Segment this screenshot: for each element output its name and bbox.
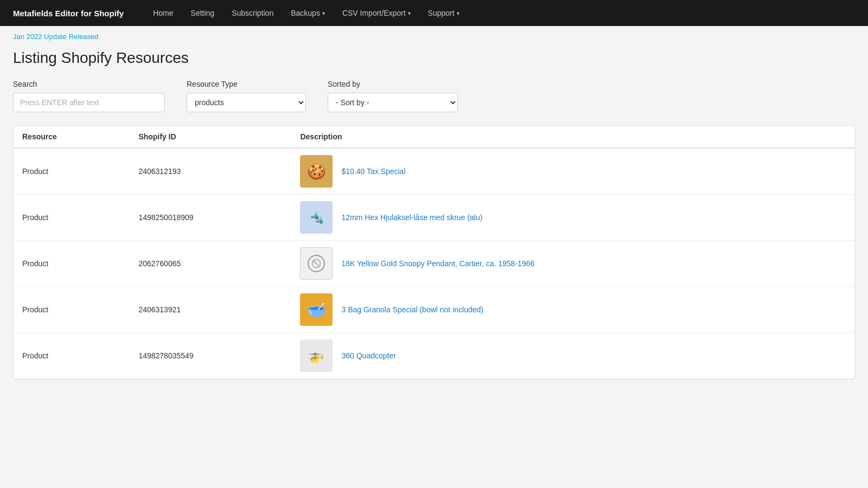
search-label: Search [13, 80, 165, 88]
resource-table: Resource Shopify ID Description Product … [14, 126, 854, 379]
cell-desc-5: 360 Quadcopter [291, 333, 854, 379]
table-row: Product 1498278035549 360 Quadcopter [14, 333, 854, 379]
resource-table-wrapper: Resource Shopify ID Description Product … [13, 125, 855, 380]
navigation: Metafields Editor for Shopify Home Setti… [0, 0, 868, 26]
col-description: Description [291, 126, 854, 148]
cell-resource-2: Product [14, 195, 130, 241]
col-resource: Resource [14, 126, 130, 148]
product-link-2[interactable]: 12mm Hex Hjulaksel-låse med skrue (alu) [341, 213, 482, 222]
table-body: Product 2406312193 $10.40 Tax Special Pr… [14, 148, 854, 379]
col-shopify-id: Shopify ID [130, 126, 291, 148]
page-content: Jan 2022 Update Released Listing Shopify… [0, 26, 868, 393]
support-chevron: ▾ [457, 10, 459, 16]
cell-resource-5: Product [14, 333, 130, 379]
filters-row: Search Resource Type products collection… [13, 80, 855, 112]
cell-id-5: 1498278035549 [130, 333, 291, 379]
product-link-5[interactable]: 360 Quadcopter [341, 351, 395, 360]
cell-id-1: 2406312193 [130, 148, 291, 195]
search-filter-group: Search [13, 80, 165, 112]
product-thumb-3 [300, 247, 333, 280]
search-input[interactable] [13, 93, 165, 112]
cell-id-2: 1498250018909 [130, 195, 291, 241]
table-header: Resource Shopify ID Description [14, 126, 854, 148]
nav-home[interactable]: Home [145, 0, 181, 26]
cell-desc-2: 12mm Hex Hjulaksel-låse med skrue (alu) [291, 195, 854, 241]
nav-backups[interactable]: Backups▾ [283, 0, 333, 26]
product-thumb-2 [300, 201, 333, 234]
app-brand: Metafields Editor for Shopify [13, 9, 124, 18]
table-row: Product 2062760065 [14, 241, 854, 287]
resource-type-label: Resource Type [187, 80, 306, 88]
cell-resource-3: Product [14, 241, 130, 287]
cell-resource-4: Product [14, 287, 130, 333]
nav-links: Home Setting Subscription Backups▾ CSV I… [145, 0, 855, 26]
resource-type-filter-group: Resource Type products collections custo… [187, 80, 306, 112]
table-row: Product 1498250018909 12mm Hex Hjulaksel… [14, 195, 854, 241]
cell-desc-3: 18K Yellow Gold Snoopy Pendant, Cartier,… [291, 241, 854, 287]
product-thumb-4 [300, 293, 333, 326]
product-thumb-1 [300, 155, 333, 188]
update-banner-link[interactable]: Jan 2022 Update Released [13, 33, 855, 41]
nav-subscription[interactable]: Subscription [224, 0, 281, 26]
resource-type-select[interactable]: products collections customers orders bl… [187, 93, 306, 112]
product-link-1[interactable]: $10.40 Tax Special [341, 167, 405, 176]
product-thumb-5 [300, 339, 333, 372]
nav-setting[interactable]: Setting [183, 0, 222, 26]
cell-id-4: 2406313921 [130, 287, 291, 333]
no-image-icon [308, 255, 325, 272]
backups-chevron: ▾ [322, 10, 325, 16]
table-row: Product 2406313921 3 Bag Granola Special… [14, 287, 854, 333]
cell-desc-4: 3 Bag Granola Special (bowl not included… [291, 287, 854, 333]
table-row: Product 2406312193 $10.40 Tax Special [14, 148, 854, 195]
page-title: Listing Shopify Resources [13, 49, 855, 67]
nav-csv[interactable]: CSV Import/Export▾ [335, 0, 418, 26]
sort-select[interactable]: - Sort by - Title A-Z Title Z-A ID Ascen… [328, 93, 458, 112]
nav-support[interactable]: Support▾ [420, 0, 467, 26]
product-link-4[interactable]: 3 Bag Granola Special (bowl not included… [341, 305, 483, 314]
cell-id-3: 2062760065 [130, 241, 291, 287]
sort-filter-group: Sorted by - Sort by - Title A-Z Title Z-… [328, 80, 458, 112]
svg-line-1 [314, 261, 320, 267]
cell-resource-1: Product [14, 148, 130, 195]
product-link-3[interactable]: 18K Yellow Gold Snoopy Pendant, Cartier,… [341, 259, 534, 268]
csv-chevron: ▾ [408, 10, 411, 16]
cell-desc-1: $10.40 Tax Special [291, 148, 854, 195]
sort-label: Sorted by [328, 80, 458, 88]
